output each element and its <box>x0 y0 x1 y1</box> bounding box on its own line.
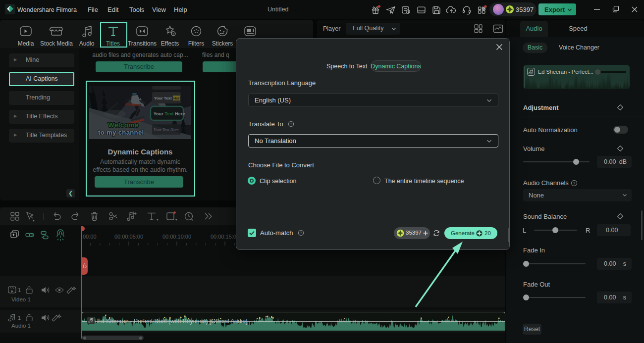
svg-text:?: ? <box>300 231 302 235</box>
svg-text:1: 1 <box>18 315 21 321</box>
svg-text:?: ? <box>290 122 292 126</box>
svg-text:?: ? <box>573 181 576 186</box>
svg-text:1: 1 <box>18 287 21 293</box>
